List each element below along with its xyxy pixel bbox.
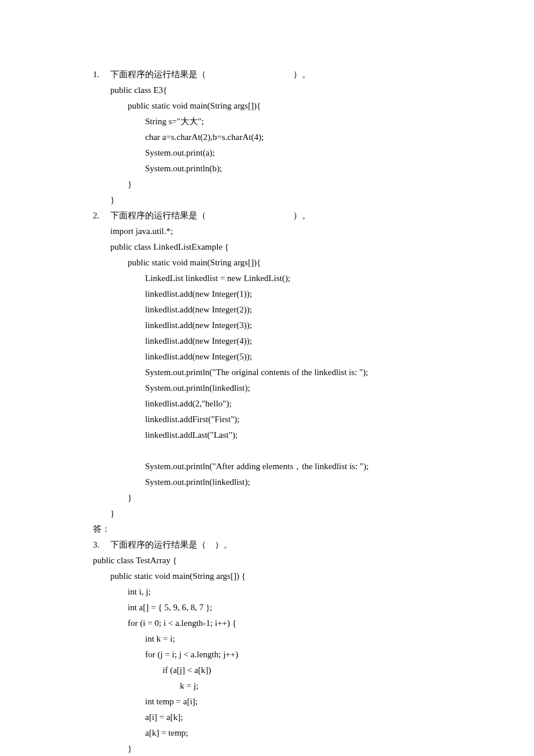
q2-code-2: public static void main(String args[]){ (93, 255, 447, 271)
q2-code-5: linkedlist.add(new Integer(2)); (93, 302, 447, 318)
question-3-number: 3. (93, 537, 110, 553)
q1-code-2: String s="大大"; (93, 114, 447, 129)
q3-prompt-b: ）。 (215, 540, 232, 549)
q2-code-15: System.out.println("After adding element… (93, 459, 447, 474)
q3-code-7: if (a[j] < a[k]) (93, 663, 447, 678)
q3-code-3: int a[] = { 5, 9, 6, 8, 7 }; (93, 600, 447, 615)
q3-code-2: int i, j; (93, 584, 447, 600)
q2-code-8: linkedlist.add(new Integer(5)); (93, 349, 447, 365)
q3-code-6: for (j = i; j < a.length; j++) (93, 647, 447, 663)
question-3-prompt: 下面程序的运行结果是（ ）。 (110, 537, 447, 553)
q3-code-0: public class TestArray { (93, 553, 447, 568)
q2-code-4: linkedlist.add(new Integer(1)); (93, 286, 447, 302)
document-page: 1. 下面程序的运行结果是（）。 public class E3{ public… (0, 0, 534, 756)
q1-code-0: public class E3{ (93, 82, 447, 98)
q2-code-16: System.out.println(linkedlist); (93, 474, 447, 490)
q1-code-7: } (93, 192, 447, 208)
q1-prompt-b: ）。 (293, 70, 311, 79)
q3-code-8: k = j; (93, 678, 447, 694)
q2-code-10: System.out.println(linkedlist); (93, 380, 447, 396)
q1-code-5: System.out.println(b); (93, 161, 447, 177)
q1-code-3: char a=s.charAt(2),b=s.charAt(4); (93, 129, 447, 145)
q3-code-5: int k = i; (93, 631, 447, 647)
q2-prompt-b: ）。 (293, 211, 311, 220)
q2-code-11: linkedlist.add(2,"hello"); (93, 396, 447, 412)
q2-code-12: linkedlist.addFirst("First"); (93, 412, 447, 427)
question-1-number: 1. (93, 67, 110, 82)
q2-code-9: System.out.println("The original content… (93, 365, 447, 380)
q2-prompt-a: 下面程序的运行结果是（ (110, 211, 206, 220)
q3-code-12: } (93, 741, 447, 756)
q3-prompt-gap (206, 540, 215, 549)
q3-code-10: a[i] = a[k]; (93, 710, 447, 725)
q2-code-17: } (93, 490, 447, 506)
question-2-header: 2. 下面程序的运行结果是（）。 (93, 208, 447, 224)
q3-code-1: public static void main(String args[]) { (93, 568, 447, 584)
question-1-prompt: 下面程序的运行结果是（）。 (110, 67, 447, 82)
q1-prompt-a: 下面程序的运行结果是（ (110, 70, 206, 79)
q2-code-18: } (93, 506, 447, 521)
q3-code-11: a[k] = temp; (93, 725, 447, 741)
q1-code-6: } (93, 177, 447, 192)
q2-answer-label: 答： (93, 521, 447, 537)
q3-prompt-a: 下面程序的运行结果是（ (110, 540, 206, 549)
q3-code-9: int temp = a[i]; (93, 694, 447, 710)
q2-code-7: linkedlist.add(new Integer(4)); (93, 333, 447, 349)
question-2-prompt: 下面程序的运行结果是（）。 (110, 208, 447, 224)
q2-code-3: LinkedList linkedlist = new LinkedList()… (93, 271, 447, 286)
q3-code-4: for (i = 0; i < a.length-1; i++) { (93, 615, 447, 631)
q2-code-13: linkedlist.addLast("Last"); (93, 427, 447, 443)
q1-code-1: public static void main(String args[]){ (93, 98, 447, 114)
q2-code-6: linkedlist.add(new Integer(3)); (93, 318, 447, 333)
question-2-number: 2. (93, 208, 110, 224)
q2-code-0: import java.util.*; (93, 224, 447, 239)
question-3-header: 3. 下面程序的运行结果是（ ）。 (93, 537, 447, 553)
q1-code-4: System.out.print(a); (93, 145, 447, 161)
q2-code-1: public class LinkedListExample { (93, 239, 447, 255)
question-1-header: 1. 下面程序的运行结果是（）。 (93, 67, 447, 82)
q2-code-14 (93, 443, 447, 459)
